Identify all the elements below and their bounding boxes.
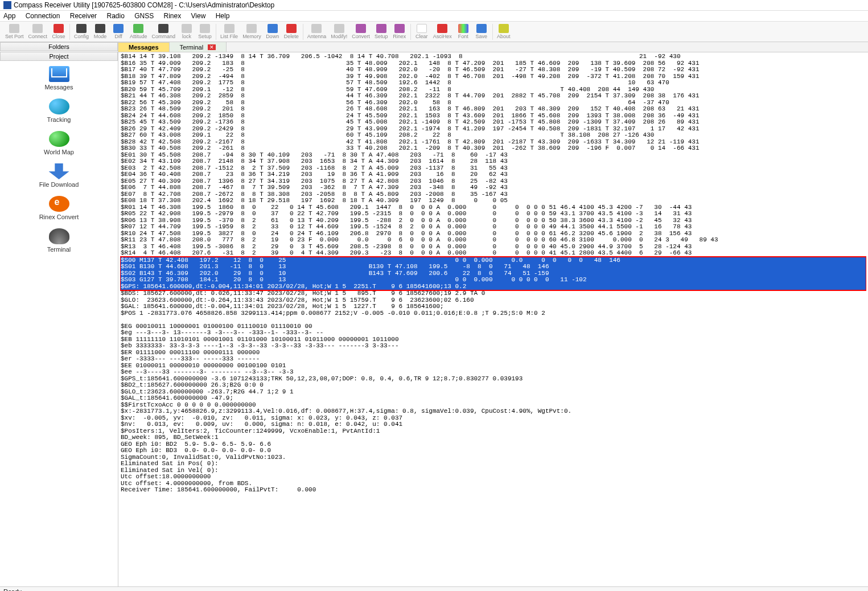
tab-messages[interactable]: Messages [118,42,170,52]
config-button[interactable]: Config [72,23,90,40]
menu-view[interactable]: View [191,12,206,20]
app-icon [3,1,11,9]
tab-terminal[interactable]: Terminal✕ [170,42,227,52]
about-button[interactable]: About [495,23,512,40]
terminal-text-highlight: $S00 M137 T 42.408 197.2 12 8 0 25 0 0 0… [121,257,866,291]
lock-button[interactable]: lock [178,23,195,40]
ascihex-button[interactable]: AsciHex [431,23,454,40]
sidebar-item-terminal[interactable]: Terminal [0,228,118,253]
terminal-output[interactable]: $B14 14 T 39.108 209.2 -1349 8 14 T 36.7… [118,52,868,586]
rinex-button[interactable]: Rinex [391,23,408,40]
setport-button[interactable]: Set Port [3,23,26,40]
folders-header[interactable]: Folders [0,42,118,51]
status-text: Ready [3,588,22,591]
sidebar-item-messages[interactable]: Messages [0,66,118,91]
memory-button[interactable]: Memory [241,23,263,40]
title-bar: Compass Receiver Utility [1907625-603800… [0,0,868,11]
window-title: Compass Receiver Utility [1907625-603800… [14,1,274,9]
sidebar-item-rinexconvert[interactable]: Rinex Convert [0,196,118,220]
setup-button[interactable]: Setup [196,23,213,40]
terminal-text-post: $BDS: 185627.600000,dt: 0.026,11:33:47 2… [121,290,866,494]
convert-button[interactable]: Convert [350,23,372,40]
mail-icon [49,66,69,82]
sidebar: Folders Project Messages Tracking World … [0,42,118,586]
connect-button[interactable]: Connect [27,23,50,40]
listfile-button[interactable]: List File [219,23,240,40]
menu-gnss[interactable]: GNSS [134,12,154,20]
menu-app[interactable]: App [3,12,15,20]
modify-button[interactable]: Modify! [329,23,349,40]
rinex-icon [49,196,69,212]
menu-receiver[interactable]: Receiver [70,12,97,20]
close-button[interactable]: Close [50,23,67,40]
diff-button[interactable]: Diff [110,23,127,40]
tracking-icon [49,98,69,114]
status-bar: Ready [0,586,868,591]
close-tab-icon[interactable]: ✕ [208,44,216,50]
menu-bar: App Connection Receiver Radio GNSS Rinex… [0,11,868,22]
toolbar: Set Port Connect Close Config Mode Diff … [0,22,868,42]
down-button[interactable]: Down [264,23,281,40]
save-button[interactable]: Save [473,23,490,40]
menu-radio[interactable]: Radio [106,12,124,20]
terminal-icon [49,228,69,244]
menu-connection[interactable]: Connection [26,12,60,20]
mode-button[interactable]: Mode [92,23,109,40]
font-button[interactable]: Font [455,23,472,40]
download-icon [49,163,69,179]
attitude-button[interactable]: Attitude [128,23,149,40]
sidebar-item-filedownload[interactable]: File Download [0,163,118,188]
tab-bar: Messages Terminal✕ [118,42,868,52]
antenna-button[interactable]: Antenna [306,23,328,40]
clear-button[interactable]: Clear [413,23,430,40]
delete-button[interactable]: Delete [282,23,301,40]
terminal-text-pre: $B14 14 T 39.108 209.2 -1349 8 14 T 36.7… [121,54,866,257]
menu-rinex[interactable]: Rinex [164,12,182,20]
sidebar-item-worldmap[interactable]: World Map [0,131,118,155]
menu-help[interactable]: Help [216,12,230,20]
setup2-button[interactable]: Setup [373,23,390,40]
project-header[interactable]: Project [0,52,118,61]
command-button[interactable]: Command [150,23,178,40]
world-icon [49,131,69,147]
sidebar-item-tracking[interactable]: Tracking [0,98,118,123]
